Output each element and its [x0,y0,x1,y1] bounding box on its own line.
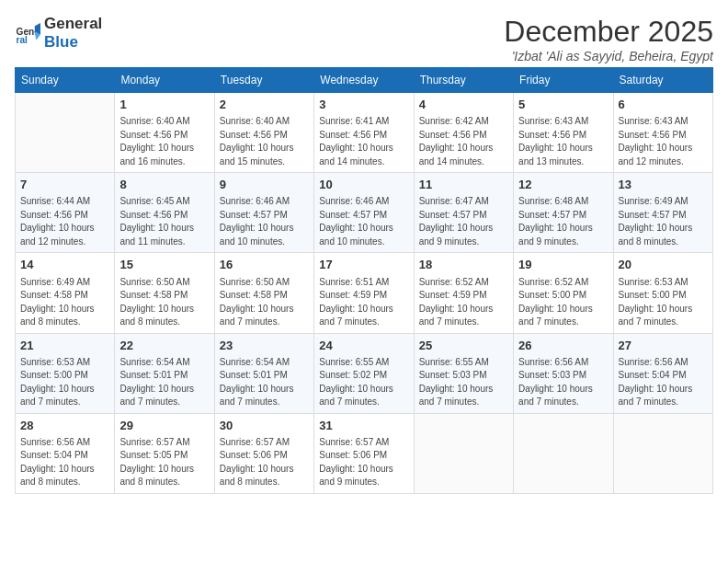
day-number: 15 [119,257,209,273]
calendar-cell [414,413,513,493]
calendar-cell: 21Sunrise: 6:53 AM Sunset: 5:00 PM Dayli… [16,333,115,413]
calendar-cell: 18Sunrise: 6:52 AM Sunset: 4:59 PM Dayli… [414,253,513,333]
calendar-cell: 15Sunrise: 6:50 AM Sunset: 4:58 PM Dayli… [115,253,214,333]
header-friday: Friday [514,68,613,93]
calendar-cell: 4Sunrise: 6:42 AM Sunset: 4:56 PM Daylig… [414,93,513,173]
day-info: Sunrise: 6:53 AM Sunset: 5:00 PM Dayligh… [619,276,708,329]
logo-blue: Blue [44,33,78,51]
day-number: 16 [220,257,309,273]
day-number: 2 [220,97,309,113]
calendar-cell: 20Sunrise: 6:53 AM Sunset: 5:00 PM Dayli… [613,253,712,333]
calendar-cell: 5Sunrise: 6:43 AM Sunset: 4:56 PM Daylig… [514,93,613,173]
day-info: Sunrise: 6:54 AM Sunset: 5:01 PM Dayligh… [220,356,309,409]
day-number: 23 [220,338,309,354]
day-number: 7 [20,177,109,193]
calendar-cell: 19Sunrise: 6:52 AM Sunset: 5:00 PM Dayli… [514,253,613,333]
day-info: Sunrise: 6:56 AM Sunset: 5:03 PM Dayligh… [518,356,608,409]
day-number: 30 [220,418,309,434]
calendar-cell: 3Sunrise: 6:41 AM Sunset: 4:56 PM Daylig… [314,93,414,173]
day-info: Sunrise: 6:43 AM Sunset: 4:56 PM Dayligh… [619,115,708,168]
day-number: 26 [518,338,608,354]
day-number: 1 [119,97,209,113]
month-title: December 2025 [504,15,713,49]
calendar-cell: 14Sunrise: 6:49 AM Sunset: 4:58 PM Dayli… [16,253,115,333]
calendar-cell: 26Sunrise: 6:56 AM Sunset: 5:03 PM Dayli… [514,333,613,413]
day-info: Sunrise: 6:52 AM Sunset: 5:00 PM Dayligh… [518,276,608,329]
day-info: Sunrise: 6:56 AM Sunset: 5:04 PM Dayligh… [20,436,109,489]
day-info: Sunrise: 6:40 AM Sunset: 4:56 PM Dayligh… [119,115,209,168]
day-number: 4 [419,97,508,113]
calendar-cell: 30Sunrise: 6:57 AM Sunset: 5:06 PM Dayli… [214,413,313,493]
day-info: Sunrise: 6:46 AM Sunset: 4:57 PM Dayligh… [220,195,309,248]
title-area: December 2025 'Izbat 'Ali as Sayyid, Beh… [504,15,713,63]
day-number: 25 [419,338,508,354]
day-number: 17 [319,257,408,273]
calendar-cell: 9Sunrise: 6:46 AM Sunset: 4:57 PM Daylig… [214,173,313,253]
day-info: Sunrise: 6:40 AM Sunset: 4:56 PM Dayligh… [220,115,309,168]
day-info: Sunrise: 6:42 AM Sunset: 4:56 PM Dayligh… [419,115,508,168]
header-row: SundayMondayTuesdayWednesdayThursdayFrid… [16,68,713,93]
day-number: 28 [20,418,109,434]
day-info: Sunrise: 6:45 AM Sunset: 4:56 PM Dayligh… [119,195,209,248]
day-info: Sunrise: 6:49 AM Sunset: 4:57 PM Dayligh… [619,195,708,248]
calendar-cell: 28Sunrise: 6:56 AM Sunset: 5:04 PM Dayli… [16,413,115,493]
day-number: 22 [119,338,209,354]
day-info: Sunrise: 6:57 AM Sunset: 5:05 PM Dayligh… [119,436,209,489]
calendar-cell: 16Sunrise: 6:50 AM Sunset: 4:58 PM Dayli… [214,253,313,333]
day-info: Sunrise: 6:48 AM Sunset: 4:57 PM Dayligh… [518,195,608,248]
calendar-cell: 24Sunrise: 6:55 AM Sunset: 5:02 PM Dayli… [314,333,414,413]
calendar-cell: 22Sunrise: 6:54 AM Sunset: 5:01 PM Dayli… [115,333,214,413]
calendar-cell: 6Sunrise: 6:43 AM Sunset: 4:56 PM Daylig… [613,93,712,173]
day-info: Sunrise: 6:46 AM Sunset: 4:57 PM Dayligh… [319,195,408,248]
day-number: 10 [319,177,408,193]
day-number: 8 [119,177,209,193]
calendar-cell: 8Sunrise: 6:45 AM Sunset: 4:56 PM Daylig… [115,173,214,253]
day-info: Sunrise: 6:44 AM Sunset: 4:56 PM Dayligh… [20,195,109,248]
calendar-cell: 7Sunrise: 6:44 AM Sunset: 4:56 PM Daylig… [16,173,115,253]
calendar-cell: 25Sunrise: 6:55 AM Sunset: 5:03 PM Dayli… [414,333,513,413]
calendar-cell: 17Sunrise: 6:51 AM Sunset: 4:59 PM Dayli… [314,253,414,333]
calendar-cell [16,93,115,173]
day-number: 3 [319,97,408,113]
week-row-4: 21Sunrise: 6:53 AM Sunset: 5:00 PM Dayli… [16,333,713,413]
day-number: 14 [20,257,109,273]
calendar-cell: 10Sunrise: 6:46 AM Sunset: 4:57 PM Dayli… [314,173,414,253]
day-info: Sunrise: 6:52 AM Sunset: 4:59 PM Dayligh… [419,276,508,329]
day-info: Sunrise: 6:51 AM Sunset: 4:59 PM Dayligh… [319,276,408,329]
day-number: 27 [619,338,708,354]
day-number: 12 [518,177,608,193]
day-info: Sunrise: 6:49 AM Sunset: 4:58 PM Dayligh… [20,276,109,329]
day-info: Sunrise: 6:50 AM Sunset: 4:58 PM Dayligh… [119,276,209,329]
header-saturday: Saturday [613,68,712,93]
calendar-cell: 2Sunrise: 6:40 AM Sunset: 4:56 PM Daylig… [214,93,313,173]
day-number: 13 [619,177,708,193]
day-info: Sunrise: 6:56 AM Sunset: 5:04 PM Dayligh… [619,356,708,409]
page-header: Gene ral General Blue December 2025 'Izb… [15,15,713,63]
day-info: Sunrise: 6:57 AM Sunset: 5:06 PM Dayligh… [319,436,408,489]
week-row-5: 28Sunrise: 6:56 AM Sunset: 5:04 PM Dayli… [16,413,713,493]
calendar-cell [613,413,712,493]
day-number: 6 [619,97,708,113]
week-row-1: 1Sunrise: 6:40 AM Sunset: 4:56 PM Daylig… [16,93,713,173]
header-monday: Monday [115,68,214,93]
calendar-cell: 1Sunrise: 6:40 AM Sunset: 4:56 PM Daylig… [115,93,214,173]
day-number: 5 [518,97,608,113]
day-number: 11 [419,177,508,193]
week-row-2: 7Sunrise: 6:44 AM Sunset: 4:56 PM Daylig… [16,173,713,253]
calendar-cell: 23Sunrise: 6:54 AM Sunset: 5:01 PM Dayli… [214,333,313,413]
day-info: Sunrise: 6:55 AM Sunset: 5:03 PM Dayligh… [419,356,508,409]
logo-general: Gene [44,15,84,32]
day-number: 19 [518,257,608,273]
day-info: Sunrise: 6:53 AM Sunset: 5:00 PM Dayligh… [20,356,109,409]
day-number: 31 [319,418,408,434]
calendar-cell: 29Sunrise: 6:57 AM Sunset: 5:05 PM Dayli… [115,413,214,493]
header-thursday: Thursday [414,68,513,93]
day-info: Sunrise: 6:41 AM Sunset: 4:56 PM Dayligh… [319,115,408,168]
calendar-cell: 12Sunrise: 6:48 AM Sunset: 4:57 PM Dayli… [514,173,613,253]
logo: Gene ral General Blue [15,15,102,52]
location-subtitle: 'Izbat 'Ali as Sayyid, Beheira, Egypt [504,49,713,63]
day-number: 18 [419,257,508,273]
calendar-table: SundayMondayTuesdayWednesdayThursdayFrid… [15,67,713,494]
header-wednesday: Wednesday [314,68,414,93]
calendar-cell: 11Sunrise: 6:47 AM Sunset: 4:57 PM Dayli… [414,173,513,253]
